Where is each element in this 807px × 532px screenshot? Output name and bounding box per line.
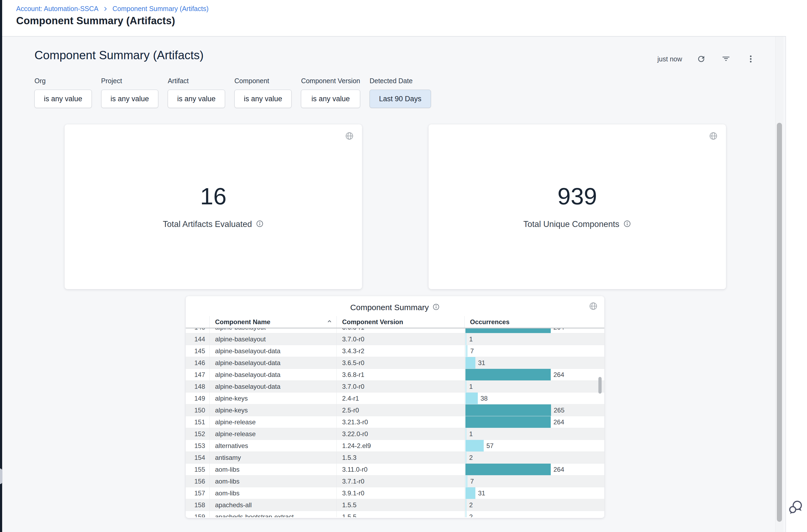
occurrences-bar[interactable] bbox=[465, 357, 475, 368]
component-name-cell[interactable]: alpine-release bbox=[209, 416, 337, 428]
chat-support-icon[interactable] bbox=[788, 500, 803, 515]
component-name-cell[interactable]: aom-libs bbox=[209, 475, 337, 487]
occurrences-bar[interactable] bbox=[465, 475, 467, 487]
component-version-cell[interactable]: 3.6.5-r0 bbox=[337, 357, 464, 368]
refresh-button[interactable] bbox=[695, 53, 707, 64]
breadcrumb-current-link[interactable]: Component Summary (Artifacts) bbox=[113, 5, 209, 13]
component-version-cell[interactable]: 2.4-r1 bbox=[337, 393, 464, 404]
breadcrumb-account-link[interactable]: Account: Automation-SSCA bbox=[16, 5, 98, 13]
table-row[interactable]: 156aom-libs3.7.1-r07 bbox=[186, 475, 604, 487]
row-number: 143 bbox=[186, 328, 209, 333]
component-name-cell[interactable]: aom-libs bbox=[209, 463, 337, 475]
component-version-cell[interactable]: 3.4.3-r2 bbox=[337, 345, 464, 357]
component-version-cell[interactable]: 3.11.0-r0 bbox=[337, 463, 464, 475]
component-name-cell[interactable]: aom-libs bbox=[209, 487, 337, 499]
left-nav-handle[interactable] bbox=[0, 469, 2, 484]
occurrences-bar[interactable] bbox=[465, 440, 484, 452]
component-version-column-header[interactable]: Component Version bbox=[337, 316, 464, 328]
occurrences-bar[interactable] bbox=[465, 463, 551, 475]
occurrences-bar[interactable] bbox=[465, 499, 466, 511]
component-name-cell[interactable]: alternatives bbox=[209, 440, 337, 452]
occurrences-cell: 38 bbox=[464, 393, 595, 404]
table-row[interactable]: 143alpine-baselayout3.6.8-r1264 bbox=[186, 328, 604, 333]
occurrences-bar[interactable] bbox=[465, 393, 478, 404]
component-version-cell[interactable]: 2.5-r0 bbox=[337, 404, 464, 416]
filter-value-button-component-version[interactable]: is any value bbox=[301, 90, 360, 108]
table-row[interactable]: 144alpine-baselayout3.7.0-r01 bbox=[186, 333, 604, 345]
table-row[interactable]: 147alpine-baselayout-data3.6.8-r1264 bbox=[186, 369, 604, 381]
table-row[interactable]: 159apacheds-bootstrap-extract1.5.52 bbox=[186, 511, 604, 517]
occurrences-bar[interactable] bbox=[465, 452, 466, 463]
component-version-cell[interactable]: 1.5.5 bbox=[337, 499, 464, 511]
component-version-cell[interactable]: 1.5.5 bbox=[337, 511, 464, 517]
occurrences-bar[interactable] bbox=[465, 328, 551, 333]
component-version-cell[interactable]: 3.21.3-r0 bbox=[337, 416, 464, 428]
table-row[interactable]: 145alpine-baselayout-data3.4.3-r27 bbox=[186, 345, 604, 357]
component-name-cell[interactable]: antisamy bbox=[209, 452, 337, 463]
filter-value-button-org[interactable]: is any value bbox=[35, 90, 92, 108]
occurrences-bar[interactable] bbox=[465, 345, 467, 357]
occurrences-bar[interactable] bbox=[465, 333, 466, 345]
occurrences-bar[interactable] bbox=[465, 416, 551, 428]
component-version-cell[interactable]: 3.7.1-r0 bbox=[337, 475, 464, 487]
table-row[interactable]: 153alternatives1.24-2.el957 bbox=[186, 440, 604, 452]
occurrences-bar[interactable] bbox=[465, 404, 551, 416]
info-icon[interactable] bbox=[432, 303, 440, 312]
table-row[interactable]: 158apacheds-all1.5.52 bbox=[186, 499, 604, 511]
globe-icon[interactable] bbox=[345, 131, 354, 141]
filter-value-button-project[interactable]: is any value bbox=[101, 90, 158, 108]
table-row[interactable]: 157aom-libs3.9.1-r031 bbox=[186, 487, 604, 499]
filter-value-button-artifact[interactable]: is any value bbox=[168, 90, 225, 108]
globe-icon[interactable] bbox=[709, 131, 718, 141]
component-name-cell[interactable]: alpine-baselayout-data bbox=[209, 369, 337, 380]
occurrences-cell: 1 bbox=[464, 428, 595, 440]
component-name-cell[interactable]: apacheds-all bbox=[209, 499, 337, 511]
table-row[interactable]: 146alpine-baselayout-data3.6.5-r031 bbox=[186, 357, 604, 369]
component-name-cell[interactable]: alpine-baselayout-data bbox=[209, 381, 337, 392]
page-scrollbar-thumb[interactable] bbox=[777, 123, 782, 522]
table-row[interactable]: 151alpine-release3.21.3-r0264 bbox=[186, 416, 604, 428]
component-version-cell[interactable]: 1.5.3 bbox=[337, 452, 464, 463]
table-row[interactable]: 150alpine-keys2.5-r0265 bbox=[186, 404, 604, 416]
component-name-column-header[interactable]: Component Name bbox=[209, 316, 337, 328]
component-version-cell[interactable]: 3.6.8-r1 bbox=[337, 328, 464, 333]
occurrences-bar[interactable] bbox=[465, 428, 466, 440]
filter-value-button-component[interactable]: is any value bbox=[234, 90, 292, 108]
more-options-button[interactable] bbox=[745, 53, 756, 64]
component-version-cell[interactable]: 3.9.1-r0 bbox=[337, 487, 464, 499]
table-scrollbar-thumb[interactable] bbox=[598, 377, 602, 394]
table-row[interactable]: 155aom-libs3.11.0-r0264 bbox=[186, 463, 604, 475]
component-name-cell[interactable]: alpine-keys bbox=[209, 404, 337, 416]
occurrences-bar[interactable] bbox=[465, 369, 551, 380]
component-name-cell[interactable]: alpine-release bbox=[209, 428, 337, 440]
filter-toggle-button[interactable] bbox=[720, 53, 732, 64]
dashboard-area: Component Summary (Artifacts) just now O… bbox=[2, 36, 786, 532]
table-row[interactable]: 152alpine-release3.22.0-r01 bbox=[186, 428, 604, 440]
occurrences-bar[interactable] bbox=[465, 487, 475, 499]
info-icon[interactable] bbox=[623, 220, 631, 229]
component-version-cell[interactable]: 3.7.0-r0 bbox=[337, 381, 464, 392]
table-row[interactable]: 149alpine-keys2.4-r138 bbox=[186, 393, 604, 404]
info-icon[interactable] bbox=[256, 220, 264, 229]
row-number: 159 bbox=[186, 511, 209, 517]
component-version-cell[interactable]: 3.7.0-r0 bbox=[337, 333, 464, 345]
page-scrollbar-track[interactable] bbox=[775, 37, 783, 532]
component-name-cell[interactable]: alpine-keys bbox=[209, 393, 337, 404]
table-row[interactable]: 154antisamy1.5.32 bbox=[186, 452, 604, 463]
component-name-cell[interactable]: alpine-baselayout-data bbox=[209, 345, 337, 357]
table-row[interactable]: 148alpine-baselayout-data3.7.0-r01 bbox=[186, 381, 604, 393]
globe-icon[interactable] bbox=[589, 302, 598, 312]
occurrences-column-header[interactable]: Occurrences bbox=[464, 316, 595, 328]
component-version-cell[interactable]: 3.6.8-r1 bbox=[337, 369, 464, 380]
component-name-cell[interactable]: alpine-baselayout bbox=[209, 333, 337, 345]
filter-value-button-detected-date[interactable]: Last 90 Days bbox=[370, 90, 431, 108]
occurrences-cell: 31 bbox=[464, 357, 595, 368]
component-name-cell[interactable]: apacheds-bootstrap-extract bbox=[209, 511, 337, 517]
component-name-cell[interactable]: alpine-baselayout-data bbox=[209, 357, 337, 368]
component-version-cell[interactable]: 1.24-2.el9 bbox=[337, 440, 464, 452]
occurrences-bar[interactable] bbox=[465, 381, 466, 392]
component-version-cell[interactable]: 3.22.0-r0 bbox=[337, 428, 464, 440]
occurrences-value: 7 bbox=[470, 475, 474, 487]
component-name-cell[interactable]: alpine-baselayout bbox=[209, 328, 337, 333]
occurrences-bar[interactable] bbox=[465, 511, 466, 517]
